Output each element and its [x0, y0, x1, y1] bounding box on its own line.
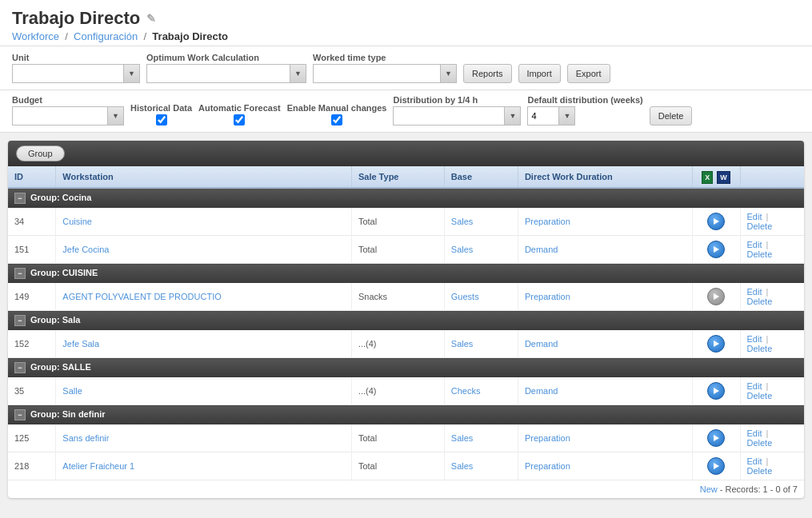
unit-field: Unit Business Unit 1 ▼	[12, 53, 140, 83]
cell-id: 125	[8, 424, 56, 452]
col-duration: Direct Work Duration	[518, 166, 692, 188]
row-action-icon[interactable]	[707, 213, 725, 230]
reports-button[interactable]: Reports	[463, 64, 512, 83]
edit-link[interactable]: Edit	[747, 456, 762, 466]
edit-link[interactable]: Edit	[747, 334, 762, 344]
unit-dropdown-btn[interactable]: ▼	[124, 64, 140, 83]
group-collapse-btn[interactable]: −	[14, 268, 26, 279]
cell-duration: Preparation	[518, 452, 692, 480]
group-collapse-btn[interactable]: −	[14, 362, 26, 373]
budget-dropdown-btn[interactable]: ▼	[108, 106, 124, 126]
table-container: Group ID Workstation Sale Type Base Dire…	[8, 141, 804, 498]
group-collapse-btn[interactable]: −	[14, 193, 26, 204]
edit-title-icon[interactable]: ✎	[146, 12, 156, 25]
delete-link[interactable]: Delete	[747, 221, 773, 231]
table-row: 152 Jefe Sala ...(4) Sales Demand Edit |…	[8, 330, 804, 358]
action-separator: |	[766, 212, 769, 221]
row-action-icon[interactable]	[707, 457, 725, 475]
edit-link[interactable]: Edit	[747, 287, 762, 297]
action-separator: |	[766, 381, 769, 391]
distribution-dropdown-btn[interactable]: ▼	[505, 106, 521, 126]
table-row: 35 Salle ...(4) Checks Demand Edit | Del…	[8, 377, 804, 405]
cell-duration: Demand	[518, 236, 692, 264]
word-export-icon[interactable]: W	[717, 171, 730, 184]
delete-link[interactable]: Delete	[747, 344, 773, 353]
cell-sale-type: Snacks	[351, 283, 444, 311]
cell-id: 152	[8, 330, 56, 358]
new-link[interactable]: New	[700, 484, 718, 494]
group-collapse-btn[interactable]: −	[14, 409, 26, 420]
delete-link[interactable]: Delete	[747, 438, 773, 448]
toolbar-row2: Budget new_test ▼ Historical Data Automa…	[0, 90, 812, 133]
default-dist-input[interactable]: 4	[527, 106, 559, 126]
optimum-input[interactable]: Demand by Workstations	[146, 64, 290, 83]
default-dist-dropdown-btn[interactable]: ▼	[559, 106, 575, 126]
worked-time-dropdown-btn[interactable]: ▼	[441, 64, 457, 83]
cell-id: 151	[8, 236, 56, 264]
edit-link[interactable]: Edit	[747, 381, 762, 391]
table-row: 125 Sans definir Total Sales Preparation…	[8, 424, 804, 452]
cell-icon	[692, 283, 740, 311]
group-row: −Group: Sin definir	[8, 405, 804, 425]
automatic-checkbox[interactable]	[234, 114, 245, 126]
budget-label: Budget	[12, 95, 124, 105]
table-row: 149 AGENT POLYVALENT DE PRODUCTIO Snacks…	[8, 283, 804, 311]
table-row: 218 Atelier Fraicheur 1 Total Sales Prep…	[8, 452, 804, 480]
svg-marker-0	[714, 218, 719, 225]
cell-actions: Edit | Delete	[740, 424, 804, 452]
delete-link[interactable]: Delete	[747, 466, 773, 476]
group-collapse-btn[interactable]: −	[14, 315, 26, 326]
export-button[interactable]: Export	[567, 64, 610, 83]
row-action-icon[interactable]	[707, 382, 725, 400]
svg-marker-2	[714, 293, 719, 300]
cell-id: 34	[8, 208, 56, 236]
records-separator: -	[720, 484, 726, 494]
table-footer-row: New - Records: 1 - 0 of 7	[8, 480, 804, 499]
automatic-label: Automatic Forecast	[198, 103, 281, 113]
cell-id: 35	[8, 377, 56, 405]
worked-time-input[interactable]: Net Worked Time	[313, 64, 441, 83]
row-action-icon[interactable]	[707, 241, 725, 258]
row-action-icon[interactable]	[707, 335, 725, 353]
col-export-icons: X W	[692, 166, 740, 188]
breadcrumb-workforce[interactable]: Workforce	[12, 30, 59, 42]
cell-sale-type: Total	[351, 452, 444, 480]
delete-link[interactable]: Delete	[747, 391, 773, 400]
default-dist-field: Default distribution (weeks) 4 ▼	[527, 95, 642, 126]
automatic-checkbox-group: Automatic Forecast	[198, 103, 281, 126]
cell-sale-type: ...(4)	[351, 330, 444, 358]
edit-link[interactable]: Edit	[747, 240, 762, 249]
cell-duration: Preparation	[518, 424, 692, 452]
cell-actions: Edit | Delete	[740, 330, 804, 358]
svg-marker-6	[714, 463, 719, 469]
unit-input[interactable]: Business Unit 1	[12, 64, 124, 83]
table-header-row: ID Workstation Sale Type Base Direct Wor…	[8, 166, 804, 188]
import-button[interactable]: Import	[518, 64, 561, 83]
row-action-icon[interactable]	[707, 429, 725, 447]
excel-export-icon[interactable]: X	[702, 171, 713, 184]
svg-marker-3	[714, 341, 719, 347]
historical-checkbox[interactable]	[156, 114, 167, 126]
cell-workstation: Jefe Sala	[56, 330, 352, 358]
delete-link[interactable]: Delete	[747, 297, 773, 306]
cell-actions: Edit | Delete	[740, 236, 804, 264]
group-row: −Group: CUISINE	[8, 264, 804, 284]
delete-link[interactable]: Delete	[747, 249, 773, 259]
row-action-icon[interactable]	[707, 288, 725, 305]
cell-base: Sales	[444, 424, 518, 452]
budget-input[interactable]: new_test	[12, 106, 108, 126]
edit-link[interactable]: Edit	[747, 428, 762, 438]
cell-base: Checks	[444, 377, 518, 405]
optimum-dropdown-btn[interactable]: ▼	[290, 64, 306, 83]
manual-checkbox[interactable]	[331, 114, 342, 126]
delete-button[interactable]: Delete	[650, 106, 693, 126]
distribution-input[interactable]: POS historical data	[393, 106, 505, 126]
cell-sale-type: Total	[351, 236, 444, 264]
cell-base: Sales	[444, 330, 518, 358]
edit-link[interactable]: Edit	[747, 212, 762, 221]
cell-id: 149	[8, 283, 56, 311]
breadcrumb-configuracion[interactable]: Configuración	[74, 30, 138, 42]
cell-duration: Preparation	[518, 208, 692, 236]
group-button[interactable]: Group	[16, 145, 65, 161]
worked-time-label: Worked time type	[313, 53, 457, 62]
